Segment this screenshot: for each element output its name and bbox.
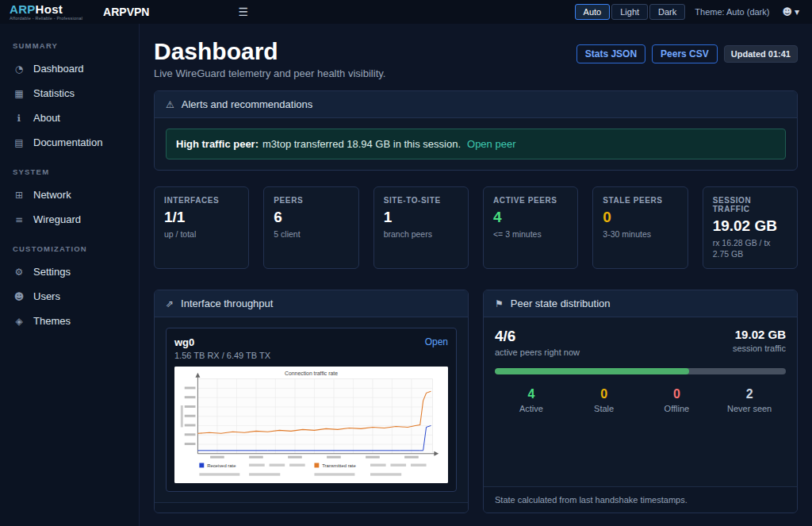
stat-sub: <= 3 minutes xyxy=(493,229,568,240)
stat-label: ACTIVE PEERS xyxy=(493,196,568,205)
open-interface-link[interactable]: Open xyxy=(425,336,448,347)
peer-state-label: Offline xyxy=(641,404,714,413)
peer-progress-track xyxy=(495,368,786,374)
alert-high-traffic: High traffic peer:m3top transferred 18.9… xyxy=(166,129,786,159)
sidebar-section-system: System xyxy=(13,167,126,176)
sidebar-item-about[interactable]: ℹAbout xyxy=(6,106,132,130)
flag-icon: ⚑ xyxy=(495,298,504,309)
stat-value: 0 xyxy=(603,209,677,226)
received-legend-label: Received rate xyxy=(207,464,236,469)
stat-label: STALE PEERS xyxy=(603,196,677,205)
stat-sub: branch peers xyxy=(384,229,458,240)
stat-sub: up / total xyxy=(164,229,239,240)
sidebar-item-wireguard[interactable]: ≡Wireguard xyxy=(6,207,132,232)
sidebar-item-label: Documentation xyxy=(33,136,102,148)
stat-sub: rx 16.28 GB / tx 2.75 GB xyxy=(713,238,787,259)
theme-status-label: Theme: Auto (dark) xyxy=(695,7,769,17)
transmitted-legend-swatch xyxy=(314,463,319,468)
gear-icon: ⚙ xyxy=(13,267,25,278)
stat-value: 4 xyxy=(493,209,568,226)
alerts-panel-header: ⚠ Alerts and recommendations xyxy=(155,91,797,118)
peer-state-value: 4 xyxy=(495,387,568,401)
sidebar-item-label: Themes xyxy=(33,315,71,327)
brand-tagline: Affordable - Reliable - Professional xyxy=(10,17,82,21)
received-legend-swatch xyxy=(199,463,204,468)
alerts-panel-title: Alerts and recommendations xyxy=(182,98,312,110)
active-peer-ratio-label: active peers right now xyxy=(495,347,580,357)
transmitted-legend-label: Transmitted rate xyxy=(322,464,356,469)
open-peer-link[interactable]: Open peer xyxy=(467,138,515,150)
sidebar-section-customization: Customization xyxy=(13,244,126,253)
sidebar-item-network[interactable]: ⊞Network xyxy=(6,182,132,207)
sidebar: Summary◔Dashboard▦StatisticsℹAbout▤Docum… xyxy=(0,24,140,526)
page-title: Dashboard xyxy=(154,38,385,65)
brand-name-secondary: Host xyxy=(36,2,63,16)
sidebar-item-dashboard[interactable]: ◔Dashboard xyxy=(6,56,132,81)
sidebar-item-documentation[interactable]: ▤Documentation xyxy=(6,130,132,155)
sidebar-item-label: Network xyxy=(33,189,71,201)
page-subtitle: Live WireGuard telemetry and peer health… xyxy=(154,67,385,79)
peer-state-label: Never seen xyxy=(713,404,786,413)
peer-state-offline: 0Offline xyxy=(641,387,714,413)
panels-row: ⇗ Interface throughput wg0 1.56 TB RX / … xyxy=(154,290,798,513)
brand-logo[interactable]: ARPHost Affordable - Reliable - Professi… xyxy=(10,3,82,21)
sidebar-item-settings[interactable]: ⚙Settings xyxy=(6,259,132,284)
user-menu[interactable]: ☻▾ xyxy=(779,6,802,17)
sidebar-item-statistics[interactable]: ▦Statistics xyxy=(6,81,132,106)
alert-text: m3top transferred 18.94 GB in this sessi… xyxy=(262,138,461,150)
app-root: ARPHost Affordable - Reliable - Professi… xyxy=(0,0,812,526)
network-icon: ⊞ xyxy=(13,190,25,201)
book-icon: ▤ xyxy=(13,137,25,148)
chevron-down-icon: ▾ xyxy=(795,6,799,17)
stat-card-session-traffic: SESSION TRAFFIC19.02 GBrx 16.28 GB / tx … xyxy=(703,186,798,269)
sidebar-section-summary: Summary xyxy=(13,41,126,50)
navbar-right: AutoLightDark Theme: Auto (dark) ☻▾ xyxy=(575,4,802,20)
sidebar-item-themes[interactable]: ◈Themes xyxy=(6,309,132,333)
stats-row: INTERFACES1/1up / totalPEERS65 clientSIT… xyxy=(154,186,798,269)
app-name: ARPVPN xyxy=(103,6,149,18)
stat-card-active-peers: ACTIVE PEERS4<= 3 minutes xyxy=(483,186,578,269)
theme-toggle-group: AutoLightDark xyxy=(575,4,686,20)
palette-icon: ◈ xyxy=(13,316,25,327)
peer-state-panel-title: Peer state distribution xyxy=(511,298,611,309)
peer-states-row: 4Active0Stale0Offline2Never seen xyxy=(495,387,786,413)
brand-name: ARPHost xyxy=(10,3,82,15)
stat-value: 1/1 xyxy=(164,209,239,226)
warning-icon: ⚠ xyxy=(166,99,174,110)
interface-name: wg0 xyxy=(174,336,270,348)
graph-title: Connection traffic rate xyxy=(285,371,338,376)
peer-state-active: 4Active xyxy=(495,387,568,413)
stat-label: SESSION TRAFFIC xyxy=(713,196,787,213)
peer-state-value: 2 xyxy=(713,387,786,401)
stat-card-stale-peers: STALE PEERS03-30 minutes xyxy=(592,186,688,269)
stat-sub: 5 client xyxy=(274,229,348,240)
stat-card-peers: PEERS65 client xyxy=(263,186,358,269)
page-actions: Stats JSON Peers CSV Updated 01:41 xyxy=(576,44,798,63)
interface-traffic: 1.56 TB RX / 6.49 TB TX xyxy=(174,351,270,360)
stat-value: 1 xyxy=(384,209,458,226)
theme-button-auto[interactable]: Auto xyxy=(575,4,611,20)
peer-state-label: Stale xyxy=(568,404,641,413)
active-peer-ratio: 4/6 xyxy=(495,328,580,345)
stat-value: 19.02 GB xyxy=(713,217,787,235)
sidebar-item-label: About xyxy=(33,112,60,124)
gauge-icon: ◔ xyxy=(13,63,25,75)
peers-csv-button[interactable]: Peers CSV xyxy=(652,44,718,63)
stats-json-button[interactable]: Stats JSON xyxy=(576,44,645,63)
interface-card: wg0 1.56 TB RX / 6.49 TB TX Open Connect… xyxy=(166,328,457,492)
info-icon: ℹ xyxy=(13,113,25,124)
session-traffic-total: 19.02 GB xyxy=(733,328,786,341)
theme-button-dark[interactable]: Dark xyxy=(649,4,685,20)
peer-state-stale: 0Stale xyxy=(568,387,641,413)
stat-label: INTERFACES xyxy=(164,196,239,205)
sidebar-item-label: Dashboard xyxy=(33,63,84,75)
theme-button-light[interactable]: Light xyxy=(611,4,648,20)
throughput-panel-title: Interface throughput xyxy=(181,298,273,309)
stat-card-site-to-site: SITE-TO-SITE1branch peers xyxy=(373,186,469,269)
sidebar-item-users[interactable]: ☻Users xyxy=(6,284,132,309)
alert-bold-text: High traffic peer: xyxy=(176,138,259,150)
sidebar-item-label: Wireguard xyxy=(33,213,81,225)
menu-toggle-icon[interactable]: ☰ xyxy=(238,6,248,18)
stat-card-interfaces: INTERFACES1/1up / total xyxy=(154,186,249,269)
stat-label: PEERS xyxy=(274,196,348,205)
